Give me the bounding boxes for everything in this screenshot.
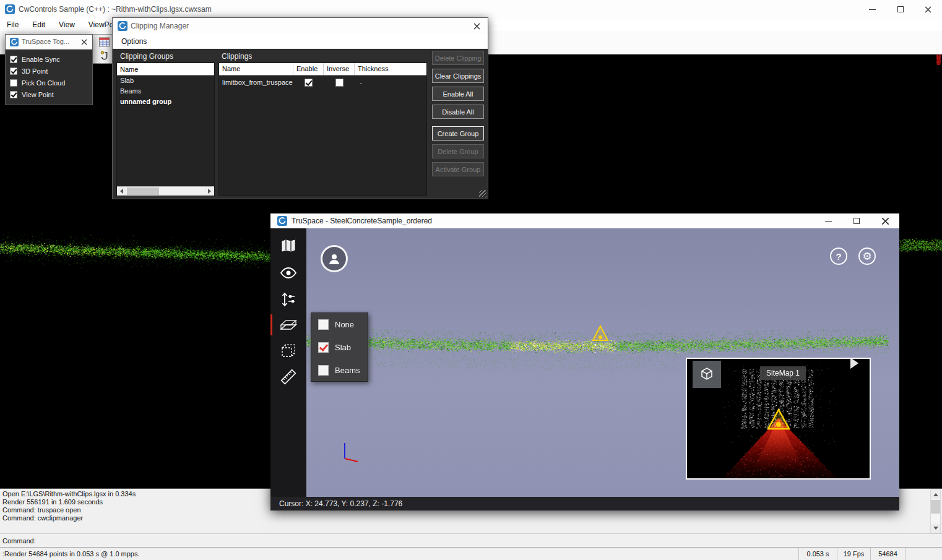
- enable-checkbox[interactable]: [305, 79, 313, 87]
- maximize-icon: [897, 6, 904, 12]
- menu-edit[interactable]: Edit: [25, 19, 52, 31]
- arrow-right-icon: [208, 189, 211, 194]
- col-name[interactable]: Name: [219, 63, 293, 75]
- clipping-groups-list: Name Slab Beams unnamed group: [116, 62, 215, 196]
- status-fps: 19 Fps: [837, 548, 870, 560]
- menu-view[interactable]: View: [52, 19, 82, 31]
- limitbox-tool-button[interactable]: [279, 341, 298, 361]
- toolbar-fragment-icon[interactable]: [99, 37, 110, 47]
- status-bar: :Render 54684 points in 0.053 s @ 1.0 mp…: [0, 547, 942, 560]
- toolbar-fragment-icon[interactable]: [99, 50, 110, 61]
- clipping-popup-menu: None Slab Beams: [311, 312, 368, 382]
- group-row-beams[interactable]: Beams: [117, 86, 214, 97]
- none-checkbox[interactable]: [318, 319, 329, 330]
- sitemap-3d-button[interactable]: [693, 361, 721, 388]
- arrow-down-icon: [933, 527, 938, 530]
- truspace-maximize-button[interactable]: [842, 213, 871, 228]
- sitemap-panel[interactable]: SiteMap 1: [686, 358, 871, 480]
- create-group-button[interactable]: Create Group: [432, 126, 484, 140]
- limit-box-icon: [280, 342, 297, 360]
- clipping-tool-button[interactable]: [279, 316, 298, 335]
- sitemap-tool-button[interactable]: [279, 236, 298, 256]
- cursor-coordinates-bar: Cursor: X: 24.773, Y: 0.237, Z: -1.776: [270, 497, 899, 510]
- beams-checkbox[interactable]: [318, 365, 329, 376]
- scroll-up-button[interactable]: [931, 490, 940, 499]
- log-scrollbar[interactable]: [930, 489, 941, 533]
- help-button[interactable]: ?: [830, 248, 847, 265]
- menu-file[interactable]: File: [0, 19, 25, 31]
- clipping-manager-dialog: Clipping Manager Options Clipping Groups…: [112, 17, 488, 199]
- scroll-right-button[interactable]: [205, 187, 214, 196]
- scroll-left-button[interactable]: [117, 187, 126, 196]
- command-input[interactable]: [38, 536, 937, 546]
- clipping-manager-close-button[interactable]: [465, 18, 488, 34]
- clip-option-beams[interactable]: Beams: [311, 359, 368, 382]
- menu-options[interactable]: Options: [113, 34, 155, 48]
- toggle-view-point[interactable]: View Point: [6, 88, 92, 100]
- truspace-titlebar: TruSpace - SteelConcreteSample_ordered: [270, 213, 899, 228]
- col-inverse[interactable]: Inverse: [324, 63, 355, 75]
- slab-checkbox[interactable]: [318, 342, 329, 353]
- main-minimize-button[interactable]: [858, 0, 886, 19]
- scroll-down-button[interactable]: [931, 523, 940, 533]
- clip-option-label: Slab: [335, 343, 351, 352]
- clipping-row[interactable]: limitbox_from_truspace -: [219, 75, 426, 89]
- clip-option-label: Beams: [335, 366, 360, 375]
- main-maximize-button[interactable]: [886, 0, 914, 19]
- close-icon: [473, 23, 480, 30]
- toggle-3d-point[interactable]: 3D Point: [6, 65, 92, 77]
- enable-all-button[interactable]: Enable All: [432, 87, 484, 101]
- toggle-label: 3D Point: [22, 67, 48, 75]
- delete-clipping-button[interactable]: Delete Clipping: [432, 51, 484, 65]
- scrollbar-thumb[interactable]: [931, 500, 940, 514]
- clip-option-slab[interactable]: Slab: [311, 336, 368, 359]
- axis-indicator: [340, 441, 359, 463]
- toggle-enable-sync[interactable]: Enable Sync: [6, 53, 92, 65]
- clipping-manager-body: Clipping Groups Clippings Name Slab Beam…: [113, 49, 488, 199]
- groups-hscrollbar[interactable]: [117, 186, 214, 196]
- status-spacer: [905, 548, 942, 560]
- inverse-checkbox[interactable]: [335, 79, 344, 87]
- maximize-icon: [853, 218, 860, 224]
- activate-group-button[interactable]: Activate Group: [432, 162, 484, 176]
- delete-group-button[interactable]: Delete Group: [432, 144, 484, 158]
- toggles-close-button[interactable]: [76, 35, 92, 50]
- resize-grip[interactable]: [479, 190, 486, 197]
- toggles-titlebar: TruSpace Tog...: [6, 35, 92, 50]
- toggle-label: Pick On Cloud: [22, 79, 65, 87]
- measure-tool-button[interactable]: [279, 367, 298, 387]
- pick-on-cloud-checkbox[interactable]: [10, 79, 17, 87]
- scan-position-marker: [591, 324, 610, 343]
- clippings-table: Name Enable Inverse Thickness limitbox_f…: [218, 62, 427, 196]
- toggle-pick-on-cloud[interactable]: Pick On Cloud: [6, 77, 92, 88]
- panoramic-view-button[interactable]: [321, 245, 348, 272]
- ruler-icon: [280, 368, 297, 386]
- settings-button[interactable]: ⚙: [858, 248, 876, 265]
- clip-option-none[interactable]: None: [311, 313, 368, 336]
- group-row-unnamed[interactable]: unnamed group: [117, 97, 214, 107]
- truspace-logo-icon: [277, 216, 287, 226]
- app-logo-icon: [5, 4, 15, 14]
- toggle-label: Enable Sync: [22, 56, 60, 63]
- clippings-header-row: Name Enable Inverse Thickness: [219, 63, 426, 75]
- view-point-checkbox[interactable]: [10, 91, 17, 98]
- col-thickness[interactable]: Thickness: [355, 63, 426, 75]
- clear-clippings-button[interactable]: Clear Clippings: [432, 69, 484, 83]
- col-enable[interactable]: Enable: [293, 63, 324, 75]
- truspace-minimize-button[interactable]: [814, 213, 842, 228]
- enable-sync-checkbox[interactable]: [10, 56, 17, 63]
- cursor-coordinates: Cursor: X: 24.773, Y: 0.237, Z: -1.776: [279, 499, 402, 508]
- cube-icon: [699, 367, 714, 382]
- clip-plane-icon: [280, 317, 297, 334]
- disable-all-button[interactable]: Disable All: [432, 105, 484, 119]
- group-row-slab[interactable]: Slab: [117, 75, 214, 86]
- main-close-button[interactable]: [914, 0, 942, 19]
- view-tool-button[interactable]: [279, 263, 298, 283]
- scrollbar-thumb[interactable]: [127, 187, 159, 195]
- main-titlebar: CwControls Sample (C++) : ~Rithm-withCli…: [0, 0, 942, 19]
- panel-expand-chevron[interactable]: [850, 358, 858, 369]
- truspace-close-button[interactable]: [871, 213, 899, 228]
- 3d-point-checkbox[interactable]: [10, 67, 17, 75]
- elevation-tool-button[interactable]: [279, 290, 298, 309]
- truspace-title: TruSpace - SteelConcreteSample_ordered: [292, 217, 432, 225]
